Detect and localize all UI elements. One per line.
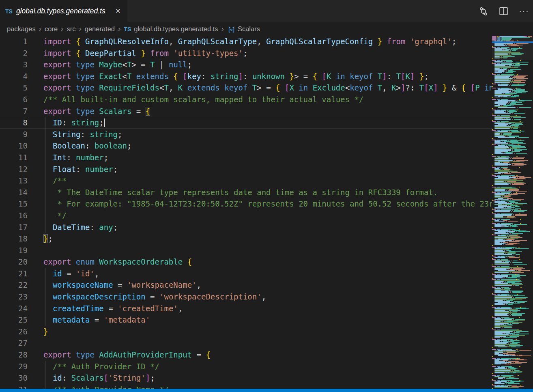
code-line-24[interactable]: 24 createdTime = 'createdTime', (0, 303, 492, 314)
typescript-file-icon: TS (5, 8, 13, 15)
line-number[interactable]: 19 (0, 245, 28, 256)
line-number[interactable]: 11 (0, 152, 28, 164)
code-line-6[interactable]: 6/** All built-in and custom scalars, ma… (0, 94, 492, 106)
code-line-7[interactable]: 7export type Scalars = { (0, 106, 492, 117)
line-number[interactable]: 26 (0, 326, 28, 338)
tab-global-db-types-generated[interactable]: TS global.db.types.generated.ts ✕ (0, 0, 127, 22)
line-number[interactable]: 21 (0, 268, 28, 280)
line-number[interactable]: 4 (0, 71, 28, 82)
line-number[interactable]: 9 (0, 129, 28, 140)
line-number[interactable]: 5 (0, 82, 28, 94)
code-line-12[interactable]: 12 Float: number; (0, 164, 492, 175)
code-line-21[interactable]: 21 id = 'id', (0, 268, 492, 280)
split-editor-icon[interactable] (499, 6, 508, 16)
code-text: export type Exact<T extends { [key: stri… (43, 71, 429, 82)
line-number[interactable]: 14 (0, 187, 28, 198)
code-text: id: Scalars['String']; (43, 372, 155, 384)
line-number[interactable]: 17 (0, 222, 28, 233)
code-line-5[interactable]: 5export type RequireFields<T, K extends … (0, 82, 492, 94)
status-bar[interactable] (0, 389, 533, 392)
minimap-slider[interactable] (492, 36, 533, 60)
code-text: createdTime = 'createdTime', (43, 303, 183, 314)
minimap-current-line (492, 41, 533, 43)
chevron-right-icon: › (218, 24, 227, 33)
line-number[interactable]: 10 (0, 140, 28, 152)
line-number[interactable]: 15 (0, 198, 28, 210)
code-line-1[interactable]: 1import { GraphQLResolveInfo, GraphQLSca… (0, 36, 492, 47)
more-actions-icon[interactable]: ··· (519, 9, 529, 13)
code-line-13[interactable]: 13 /** (0, 175, 492, 187)
line-number[interactable]: 6 (0, 94, 28, 106)
line-number[interactable]: 27 (0, 337, 28, 349)
code-text: }; (43, 233, 53, 245)
breadcrumb-item-packages[interactable]: packages (7, 25, 36, 33)
line-number[interactable]: 8 (0, 117, 28, 129)
code-line-10[interactable]: 10 Boolean: boolean; (0, 140, 492, 152)
open-changes-icon[interactable] (479, 6, 488, 16)
code-line-29[interactable]: 29 /** Auth Provider ID */ (0, 361, 492, 373)
breadcrumb-item-file[interactable]: global.db.types.generated.ts (134, 25, 218, 33)
code-line-19[interactable]: 19 (0, 245, 492, 256)
code-line-4[interactable]: 4export type Exact<T extends { [key: str… (0, 71, 492, 82)
code-line-3[interactable]: 3export type Maybe<T> = T | null; (0, 59, 492, 71)
code-text: /** Auth Provider Name */ (43, 384, 169, 389)
chevron-right-icon: › (58, 24, 67, 33)
line-number[interactable]: 30 (0, 372, 28, 384)
symbol-type-icon (228, 26, 235, 33)
code-text: /** Auth Provider ID */ (43, 361, 159, 373)
code-line-8[interactable]: 8 ID: string; (0, 117, 492, 129)
code-line-28[interactable]: 28export type AddAuthProviderInput = { (0, 349, 492, 361)
code-line-15[interactable]: 15 * For example: "1985-04-12T23:20:50.5… (0, 198, 492, 210)
line-number[interactable]: 2 (0, 47, 28, 59)
code-text: Boolean: boolean; (43, 140, 131, 152)
line-number[interactable]: 22 (0, 279, 28, 291)
code-line-30[interactable]: 30 id: Scalars['String']; (0, 372, 492, 384)
tab-bar: TS global.db.types.generated.ts ✕ (0, 0, 533, 22)
line-number[interactable]: 18 (0, 233, 28, 245)
line-number[interactable]: 7 (0, 106, 28, 117)
code-text: export type Scalars = { (43, 106, 150, 117)
breadcrumb-item-symbol[interactable]: Scalars (238, 25, 260, 33)
code-line-22[interactable]: 22 workspaceName = 'workspaceName', (0, 279, 492, 291)
code-line-31[interactable]: 31 /** Auth Provider Name */ (0, 384, 492, 389)
code-line-27[interactable]: 27 (0, 337, 492, 349)
code-text: export type AddAuthProviderInput = { (43, 349, 211, 361)
line-number[interactable]: 23 (0, 291, 28, 303)
line-number[interactable]: 29 (0, 361, 28, 373)
line-number[interactable]: 28 (0, 349, 28, 361)
code-text: * The DateTime scalar type represents da… (43, 187, 438, 198)
code-text: */ (43, 210, 67, 222)
code-line-14[interactable]: 14 * The DateTime scalar type represents… (0, 187, 492, 198)
line-number[interactable]: 3 (0, 59, 28, 71)
chevron-right-icon: › (36, 24, 45, 33)
line-number[interactable]: 12 (0, 164, 28, 175)
close-icon[interactable]: ✕ (114, 6, 123, 16)
code-text: export type RequireFields<T, K extends k… (43, 82, 492, 94)
breadcrumb-item-src[interactable]: src (67, 25, 75, 33)
line-number[interactable]: 16 (0, 210, 28, 222)
line-number[interactable]: 25 (0, 314, 28, 326)
line-number[interactable]: 13 (0, 175, 28, 187)
minimap[interactable] (492, 36, 533, 389)
line-number[interactable]: 31 (0, 384, 28, 389)
code-line-17[interactable]: 17 DateTime: any; (0, 222, 492, 233)
line-number[interactable]: 24 (0, 303, 28, 314)
code-line-26[interactable]: 26} (0, 326, 492, 338)
code-line-11[interactable]: 11 Int: number; (0, 152, 492, 164)
code-line-9[interactable]: 9 String: string; (0, 129, 492, 140)
code-text: workspaceDescription = 'workspaceDescrip… (43, 291, 266, 303)
breadcrumb-item-generated[interactable]: generated (85, 25, 115, 33)
line-number[interactable]: 1 (0, 36, 28, 47)
code-line-16[interactable]: 16 */ (0, 210, 492, 222)
line-number[interactable]: 20 (0, 256, 28, 268)
code-line-23[interactable]: 23 workspaceDescription = 'workspaceDesc… (0, 291, 492, 303)
code-line-18[interactable]: 18}; (0, 233, 492, 245)
code-area[interactable]: 1import { GraphQLResolveInfo, GraphQLSca… (0, 36, 492, 389)
editor[interactable]: 1import { GraphQLResolveInfo, GraphQLSca… (0, 36, 533, 389)
code-text: export enum WorkspaceOrderable { (43, 256, 192, 268)
breadcrumb-item-core[interactable]: core (45, 25, 58, 33)
code-line-25[interactable]: 25 metadata = 'metadata' (0, 314, 492, 326)
code-line-20[interactable]: 20export enum WorkspaceOrderable { (0, 256, 492, 268)
tab-label: global.db.types.generated.ts (16, 7, 110, 15)
code-line-2[interactable]: 2import { DeepPartial } from 'utility-ty… (0, 47, 492, 59)
